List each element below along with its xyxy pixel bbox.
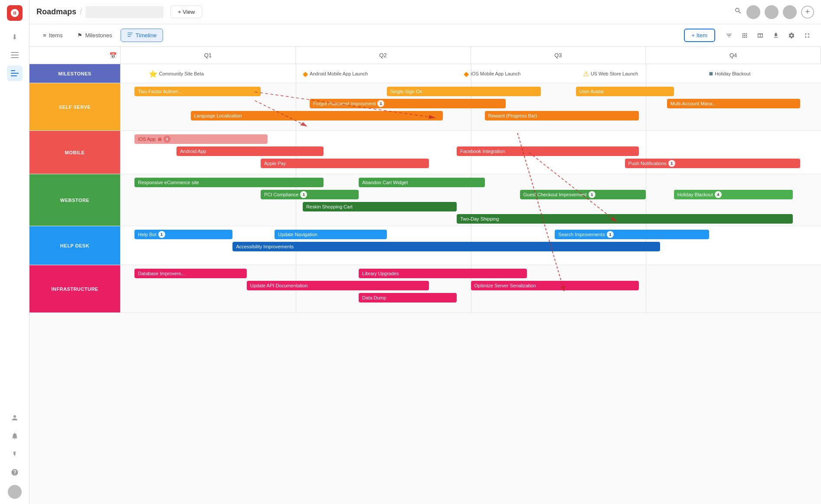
bar-holiday-blackout-webstore[interactable]: Holiday Blackout 4 [674, 190, 793, 199]
bar-label: Two-Factor Authen... [138, 89, 182, 94]
bar-language[interactable]: Language Localization [191, 111, 443, 120]
items-tab-icon: ≡ [43, 32, 46, 39]
badge: 1 [668, 160, 675, 167]
view-button[interactable]: + View [170, 6, 202, 18]
export-icon[interactable] [769, 29, 783, 42]
user-avatar[interactable] [8, 485, 22, 499]
app-logo[interactable] [7, 5, 23, 21]
bar-label: Facebook Integration [460, 149, 505, 154]
bar-forgot-password[interactable]: Forgot Password Improvment 1 [310, 99, 506, 108]
settings-icon[interactable] [785, 29, 798, 42]
tab-items[interactable]: ≡ Items [36, 29, 69, 42]
sidebar-item-download[interactable]: ⬇ [7, 29, 23, 45]
sidebar-item-bolt[interactable] [7, 446, 23, 462]
bar-multi-account[interactable]: Multi-Account Mana... [667, 99, 800, 108]
milestones-row: MILESTONES ⭐ Community Site Beta ◆ Andro… [29, 64, 821, 83]
bar-update-navigation[interactable]: Update Navigation [275, 230, 386, 239]
fullscreen-icon[interactable] [800, 29, 814, 42]
bar-apple-pay[interactable]: Apple Pay [261, 159, 429, 168]
timeline-container: 📅 Q1 Q2 Q3 Q4 MILESTONES [29, 47, 821, 313]
bar-library-upgrades[interactable]: Library Upgrades [359, 269, 527, 278]
bar-data-dump[interactable]: Data Dump [359, 293, 457, 302]
milestone-community-site[interactable]: ⭐ Community Site Beta [149, 69, 204, 78]
bar-two-factor[interactable]: Two-Factor Authen... [134, 87, 261, 96]
quarter-q4: Q4 [646, 47, 821, 64]
label-header: 📅 [29, 47, 121, 64]
search-icon[interactable] [734, 7, 742, 17]
bar-api-docs[interactable]: Update API Documentation [247, 281, 429, 290]
bar-ios-app[interactable]: iOS App 🖥 3 [134, 134, 268, 144]
svg-rect-7 [128, 34, 131, 35]
svg-rect-1 [11, 55, 19, 55]
infrastructure-row: INFRASTRUCTURE Database Improvem... Libr… [29, 265, 821, 313]
milestone-ios-launch[interactable]: ◆ iOS Mobile App Launch [464, 69, 520, 78]
bar-reskin[interactable]: Reskin Shopping Cart [303, 202, 457, 211]
user-circle-1[interactable] [746, 5, 760, 19]
bar-label: Library Upgrades [362, 271, 399, 276]
milestones-tab-icon: ⚑ [77, 32, 82, 39]
topbar: Roadmaps / + View + [29, 0, 821, 24]
bar-facebook[interactable]: Facebook Integration [457, 146, 639, 156]
add-item-button[interactable]: + Item [684, 29, 716, 42]
bar-user-avatar[interactable]: User Avatar [576, 87, 674, 96]
square-icon: ■ [709, 70, 713, 78]
bar-label: iOS App 🖥 [138, 137, 161, 142]
sidebar-item-bell[interactable] [7, 428, 23, 444]
bar-help-bot[interactable]: Help Bot 1 [134, 230, 232, 239]
bar-label: Update Navigation [278, 232, 317, 237]
filter-icon[interactable] [722, 29, 736, 42]
bar-label: Holiday Blackout [677, 192, 713, 197]
user-circle-2[interactable] [765, 5, 778, 19]
bar-accessibility[interactable]: Accessibility Improvements [232, 242, 660, 251]
bar-search-improvements[interactable]: Search Improvements 1 [555, 230, 709, 239]
badge: 1 [607, 231, 614, 238]
breadcrumb[interactable] [85, 6, 164, 18]
bar-label: Responsive eCommerce site [138, 180, 199, 185]
bar-label: Two-Day Shipping [460, 216, 499, 221]
badge: 1 [589, 191, 595, 198]
tab-milestones[interactable]: ⚑ Milestones [71, 29, 118, 42]
bar-optimize-server[interactable]: Optimize Server Serialization [471, 281, 639, 290]
badge: 1 [377, 100, 384, 107]
milestone-holiday-blackout[interactable]: ■ Holiday Blackout [709, 70, 751, 78]
helpdesk-label: HELP DESK [29, 226, 121, 265]
bar-reward[interactable]: Reward (Progress Bar) [485, 111, 639, 120]
bar-sso[interactable]: Single-Sign On [387, 87, 541, 96]
bar-label: Forgot Password Improvment [313, 101, 376, 106]
sidebar-item-help[interactable] [7, 465, 23, 480]
bar-label: Multi-Account Mana... [671, 101, 716, 106]
helpdesk-gantt: Help Bot 1 Update Navigation Search Impr… [121, 226, 821, 265]
bar-abandon-cart[interactable]: Abandon Cart Widget [359, 178, 485, 187]
bar-label: User Avatar [579, 89, 604, 94]
bar-android-app[interactable]: Android App [177, 146, 324, 156]
timeline-area[interactable]: 📅 Q1 Q2 Q3 Q4 MILESTONES [29, 47, 821, 504]
quarter-columns: Q1 Q2 Q3 Q4 [121, 47, 821, 64]
milestone-android-launch[interactable]: ◆ Android Mobile App Launch [303, 69, 368, 78]
badge: 3 [164, 136, 170, 143]
svg-rect-0 [11, 52, 19, 53]
bar-label: Reskin Shopping Cart [306, 204, 353, 209]
user-circle-3[interactable] [783, 5, 797, 19]
add-user-button[interactable]: + [801, 6, 814, 19]
bar-push-notifications[interactable]: Push Notifications 1 [625, 159, 800, 168]
toolbar: ≡ Items ⚑ Milestones Timeline + Item [29, 24, 821, 47]
bar-ecommerce[interactable]: Responsive eCommerce site [134, 178, 324, 187]
webstore-row: WEBSTORE Responsive eCommerce site Aband… [29, 174, 821, 226]
bar-label: Abandon Cart Widget [362, 180, 408, 185]
bar-label: Database Improvem... [138, 271, 185, 276]
bar-two-day-shipping[interactable]: Two-Day Shipping [457, 214, 793, 224]
columns-icon[interactable] [753, 29, 767, 42]
bar-guest-checkout[interactable]: Guest Checkout Improvement 1 [520, 190, 646, 199]
tab-timeline[interactable]: Timeline [121, 29, 164, 42]
svg-rect-4 [11, 73, 19, 74]
bar-pci[interactable]: PCI Compliance 1 [261, 190, 359, 199]
sidebar-item-timeline[interactable] [7, 65, 23, 81]
timeline-tab-label: Timeline [136, 32, 157, 39]
sidebar-item-list[interactable] [7, 47, 23, 63]
webstore-label: WEBSTORE [29, 174, 121, 226]
bar-database[interactable]: Database Improvem... [134, 269, 246, 278]
group-icon[interactable] [738, 29, 752, 42]
sidebar-item-person-add[interactable] [7, 410, 23, 426]
milestone-webstore-launch[interactable]: ⚠ US Web Store Launch [583, 69, 638, 78]
self-serve-label: SELF SERVE [29, 83, 121, 130]
